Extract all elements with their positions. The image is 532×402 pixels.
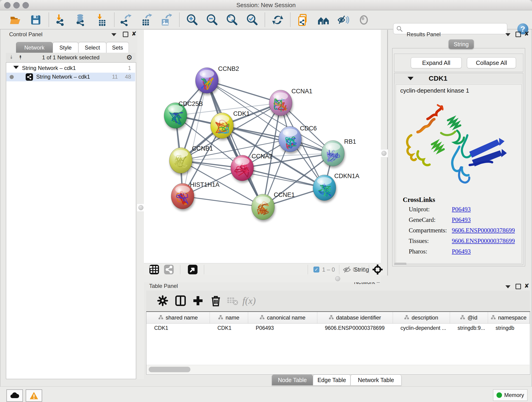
collapse-all-button[interactable]: Collapse All bbox=[467, 57, 516, 68]
results-panel-float-icon[interactable] bbox=[515, 32, 521, 38]
export-image-icon[interactable] bbox=[159, 13, 172, 26]
table-column-header[interactable]: namespace bbox=[488, 312, 530, 323]
column-label: name bbox=[225, 314, 239, 321]
memory-button[interactable]: Memory bbox=[493, 389, 527, 401]
table-panel-collapse-icon[interactable] bbox=[505, 284, 510, 289]
network-node-cdk1[interactable] bbox=[210, 113, 234, 138]
tab-select[interactable]: Select bbox=[78, 42, 106, 53]
table-column-header[interactable]: canonical name bbox=[248, 312, 317, 323]
crosslink-link[interactable]: P06493 bbox=[452, 248, 471, 255]
table-cell[interactable]: CDK1 bbox=[146, 323, 210, 332]
show-home-icon[interactable] bbox=[317, 13, 330, 26]
control-panel-collapse-icon[interactable] bbox=[111, 32, 116, 37]
show-columns-icon[interactable] bbox=[174, 294, 187, 307]
tab-network[interactable]: Network bbox=[16, 42, 53, 53]
import-network-file-icon[interactable] bbox=[54, 13, 67, 26]
zoom-out-icon[interactable] bbox=[206, 13, 218, 26]
crosslink-link[interactable]: P06493 bbox=[452, 216, 471, 223]
network-node-ccna1[interactable] bbox=[269, 90, 292, 116]
export-network-icon[interactable] bbox=[119, 13, 132, 26]
toolbar-divider bbox=[290, 13, 291, 27]
results-entry-header[interactable]: CDK1 bbox=[394, 73, 523, 84]
table-cell[interactable]: stringdb:9... bbox=[450, 323, 488, 332]
table-cell[interactable]: cyclin-dependent ... bbox=[393, 323, 450, 332]
network-options-gear-icon[interactable]: ⚙ bbox=[126, 53, 133, 61]
save-session-icon[interactable] bbox=[29, 13, 42, 26]
table-cell[interactable]: 9606.ENSP00000378699 bbox=[317, 323, 393, 332]
table-panel-float-icon[interactable] bbox=[515, 284, 521, 290]
tab-network-table[interactable]: Network Table bbox=[351, 375, 401, 385]
birdseye-grid-icon[interactable] bbox=[149, 265, 159, 274]
network-node-ccne1[interactable] bbox=[252, 194, 274, 220]
collection-expand-icon[interactable] bbox=[13, 66, 19, 69]
table-column-header[interactable]: name bbox=[210, 312, 248, 323]
collection-label: String Network – cdk1 bbox=[22, 65, 76, 71]
network-node-ccna2[interactable] bbox=[231, 155, 254, 181]
tab-string[interactable]: String bbox=[449, 39, 474, 49]
open-file-icon[interactable] bbox=[9, 13, 22, 26]
results-scrollbar-thumb[interactable] bbox=[394, 263, 406, 265]
table-cell[interactable]: CDK1 bbox=[210, 323, 248, 332]
network-edge[interactable] bbox=[183, 80, 207, 196]
entry-collapse-icon[interactable] bbox=[408, 77, 413, 80]
network-node-ccnb1[interactable] bbox=[169, 148, 192, 173]
right-splitter-handle[interactable] bbox=[380, 149, 388, 157]
zoom-selected-icon[interactable] bbox=[246, 13, 259, 26]
table-column-header[interactable]: description bbox=[393, 312, 450, 323]
tab-style[interactable]: Style bbox=[53, 42, 78, 53]
zoom-in-icon[interactable] bbox=[186, 13, 198, 26]
network-collection-row[interactable]: String Network – cdk1 1 bbox=[6, 64, 135, 73]
results-panel-close-icon[interactable]: ✘ bbox=[524, 30, 529, 37]
node-label-hist1h1a: HIST1H1A bbox=[190, 181, 220, 188]
selected-checkbox-icon[interactable]: ✓ bbox=[313, 267, 319, 273]
table-column-header[interactable]: shared name bbox=[146, 312, 210, 323]
hide-graphics-icon[interactable] bbox=[337, 13, 350, 26]
network-node-rb1[interactable] bbox=[322, 140, 344, 166]
crosslink-link[interactable]: 9606.ENSP00000378699 bbox=[452, 227, 515, 234]
network-edge[interactable] bbox=[183, 196, 263, 207]
network-node-cdc6[interactable] bbox=[279, 126, 302, 152]
zoom-fit-icon[interactable] bbox=[225, 13, 238, 26]
table-panel-close-icon[interactable]: ✘ bbox=[524, 282, 529, 289]
expand-all-button[interactable]: Expand All bbox=[411, 57, 462, 68]
add-column-icon[interactable] bbox=[191, 294, 204, 307]
open-in-window-icon[interactable] bbox=[188, 265, 197, 274]
control-panel-float-icon[interactable] bbox=[123, 32, 128, 38]
table-options-gear-icon[interactable] bbox=[156, 294, 169, 307]
node-label-rb1: RB1 bbox=[344, 138, 356, 145]
table-cell[interactable]: P06493 bbox=[248, 323, 317, 332]
tab-sets[interactable]: Sets bbox=[106, 42, 129, 53]
fit-content-crosshair-icon[interactable] bbox=[373, 264, 383, 276]
tab-node-table[interactable]: Node Table bbox=[272, 375, 313, 385]
results-panel-collapse-icon[interactable] bbox=[505, 32, 510, 37]
right-splitter[interactable] bbox=[381, 30, 388, 275]
table-column-header[interactable]: database identifier bbox=[317, 312, 393, 323]
network-node-cdkn1a[interactable] bbox=[313, 175, 336, 201]
show-graphics-icon[interactable] bbox=[357, 13, 370, 26]
left-splitter[interactable] bbox=[138, 30, 144, 379]
app-window: Session: New Session bbox=[0, 0, 532, 402]
toolbar-divider bbox=[265, 13, 265, 27]
network-node-ccnb2[interactable] bbox=[196, 68, 218, 93]
network-canvas[interactable]: CCNB2CCNA1CDC25BCDK1CDC6RB1CCNB1CCNA2CDK… bbox=[144, 30, 381, 263]
export-table-icon[interactable] bbox=[139, 13, 152, 26]
horizontal-splitter[interactable] bbox=[144, 275, 381, 282]
tab-edge-table[interactable]: Edge Table bbox=[313, 375, 351, 385]
column-label: description bbox=[412, 314, 438, 321]
crosslink-link[interactable]: P06493 bbox=[452, 206, 471, 213]
warnings-button[interactable] bbox=[26, 389, 42, 402]
clone-network-icon[interactable] bbox=[297, 13, 310, 26]
apply-layout-icon[interactable] bbox=[271, 13, 284, 26]
table-hscrollbar-thumb[interactable] bbox=[149, 367, 190, 372]
import-network-database-icon[interactable] bbox=[74, 13, 87, 26]
cloud-button[interactable] bbox=[6, 389, 23, 402]
network-share-icon[interactable] bbox=[164, 265, 174, 274]
control-panel-close-icon[interactable]: ✘ bbox=[132, 30, 137, 37]
table-column-header[interactable]: @id bbox=[450, 312, 488, 323]
table-hscrollbar[interactable] bbox=[146, 365, 530, 374]
import-table-icon[interactable] bbox=[95, 13, 108, 26]
delete-column-icon[interactable] bbox=[209, 294, 222, 307]
network-row[interactable]: String Network – cdk1 11 48 bbox=[6, 73, 135, 81]
table-cell[interactable]: stringdb bbox=[488, 323, 530, 332]
crosslink-link[interactable]: 9606.ENSP00000378699 bbox=[452, 237, 515, 245]
